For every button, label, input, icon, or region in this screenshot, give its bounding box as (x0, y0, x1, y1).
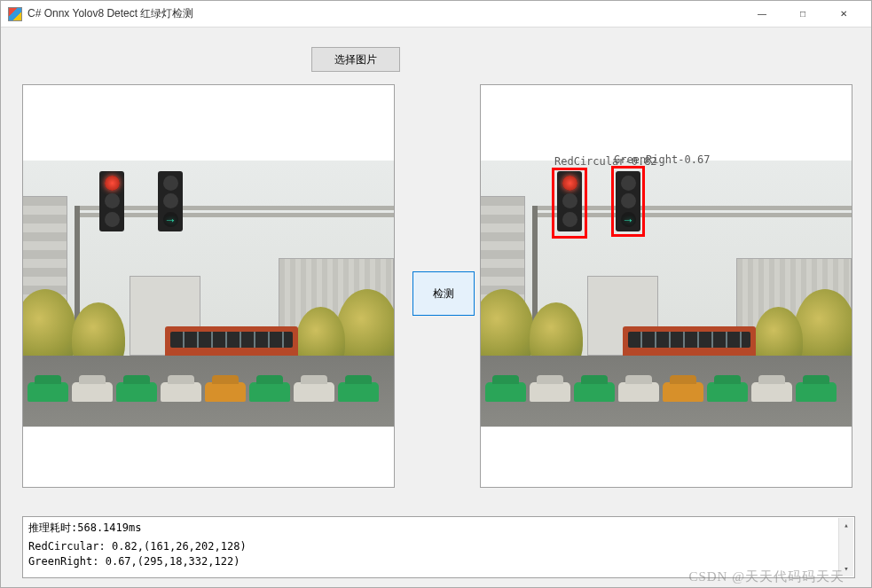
client-area: 选择图片 → 检测 (1, 27, 871, 587)
detect-button[interactable]: 检测 (412, 271, 475, 316)
maximize-button[interactable]: □ (782, 1, 823, 27)
close-button[interactable]: ✕ (823, 1, 864, 27)
output-textbox[interactable]: 推理耗时:568.1419ms RedCircular: 0.82,(161,2… (22, 516, 855, 578)
scrollbar[interactable]: ▴ ▾ (838, 518, 853, 576)
output-line: RedCircular: 0.82,(161,26,202,128) (28, 539, 849, 554)
detection-bbox: GreenRight-0.67 (611, 166, 645, 237)
traffic-light-arrow: → (158, 171, 183, 231)
source-image: → (23, 161, 394, 427)
app-window: C# Onnx Yolov8 Detect 红绿灯检测 — □ ✕ 选择图片 → (0, 0, 872, 588)
minimize-button[interactable]: — (742, 1, 782, 27)
scroll-down-icon[interactable]: ▾ (839, 561, 853, 576)
scroll-up-icon[interactable]: ▴ (839, 518, 853, 533)
close-icon: ✕ (840, 9, 847, 19)
titlebar[interactable]: C# Onnx Yolov8 Detect 红绿灯检测 — □ ✕ (1, 1, 871, 27)
detection-label: GreenRight-0.67 (614, 153, 710, 166)
result-image-panel: → RedCircular-0.82 GreenRight-0.67 (480, 84, 852, 488)
output-line: 推理耗时:568.1419ms (28, 521, 849, 536)
select-image-button[interactable]: 选择图片 (311, 47, 400, 72)
traffic-light-red (99, 171, 124, 231)
output-line: GreenRight: 0.67,(295,18,332,122) (28, 554, 849, 569)
result-image: → (481, 161, 852, 427)
maximize-icon: □ (800, 9, 805, 19)
app-icon (8, 7, 22, 21)
minimize-icon: — (758, 9, 766, 19)
detection-bbox: RedCircular-0.82 (552, 168, 587, 239)
source-image-panel: → (22, 84, 395, 488)
window-title: C# Onnx Yolov8 Detect 红绿灯检测 (27, 6, 193, 21)
